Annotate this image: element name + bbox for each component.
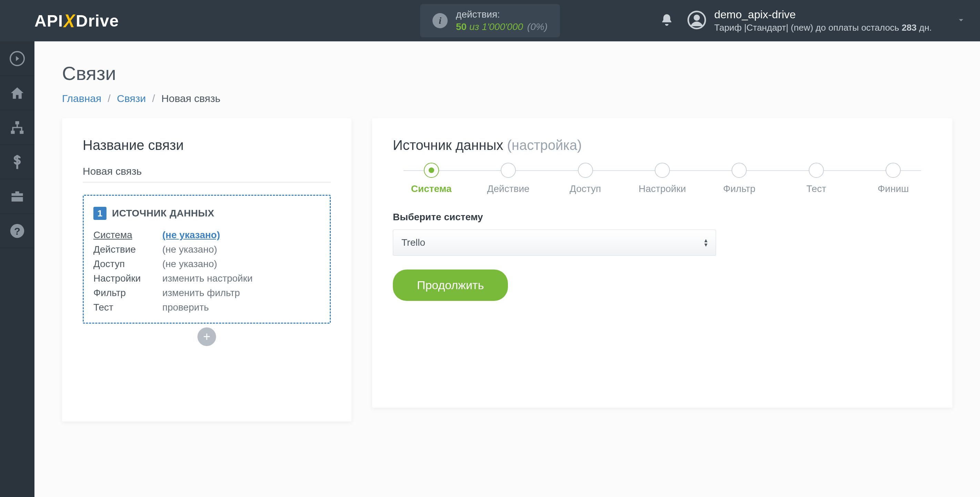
source-row[interactable]: Действие(не указано) bbox=[93, 244, 320, 255]
step-circle bbox=[732, 162, 747, 178]
breadcrumb-home[interactable]: Главная bbox=[62, 93, 101, 104]
source-rows: Система(не указано)Действие(не указано)Д… bbox=[93, 229, 320, 313]
step-Финиш[interactable]: Финиш bbox=[855, 162, 932, 194]
sidebar: ? bbox=[0, 41, 35, 497]
step-label: Фильтр bbox=[723, 183, 755, 194]
card-left-heading: Название связи bbox=[83, 137, 331, 153]
system-select-value: Trello bbox=[401, 237, 425, 248]
step-circle bbox=[501, 162, 516, 178]
source-row-value: (не указано) bbox=[162, 244, 217, 255]
user-name: demo_apix-drive bbox=[714, 8, 932, 22]
actions-counter[interactable]: i действия: 50 из 1'000'000 (0%) bbox=[420, 4, 560, 38]
svg-rect-5 bbox=[20, 131, 24, 134]
logo-api: API bbox=[35, 11, 63, 30]
logo[interactable]: API X Drive bbox=[35, 11, 119, 30]
source-row-label: Настройки bbox=[93, 273, 156, 284]
source-row-value: изменить фильтр bbox=[162, 287, 240, 298]
source-row[interactable]: Фильтризменить фильтр bbox=[93, 287, 320, 298]
card-right-heading: Источник данных (настройка) bbox=[393, 137, 932, 153]
source-row[interactable]: Настройкиизменить настройки bbox=[93, 273, 320, 284]
step-label: Финиш bbox=[878, 183, 909, 194]
breadcrumb-current: Новая связь bbox=[161, 93, 220, 104]
user-icon bbox=[687, 11, 706, 31]
page-title: Связи bbox=[62, 62, 953, 84]
sidebar-item-login[interactable] bbox=[0, 41, 35, 76]
system-select[interactable]: Trello ▴▾ bbox=[393, 229, 716, 256]
info-icon: i bbox=[433, 13, 448, 28]
continue-button[interactable]: Продолжить bbox=[393, 269, 508, 301]
connection-name-input[interactable] bbox=[83, 162, 331, 182]
step-Настройки[interactable]: Настройки bbox=[624, 162, 700, 194]
source-row[interactable]: Тестпроверить bbox=[93, 302, 320, 313]
step-label: Система bbox=[411, 183, 452, 194]
sidebar-item-home[interactable] bbox=[0, 76, 35, 110]
step-circle bbox=[578, 162, 593, 178]
source-title: 1 ИСТОЧНИК ДАННЫХ bbox=[93, 207, 320, 220]
sidebar-item-business[interactable] bbox=[0, 179, 35, 214]
svg-rect-4 bbox=[11, 131, 15, 134]
source-row-label: Тест bbox=[93, 302, 156, 313]
user-text: demo_apix-drive Тариф |Стандарт| (new) д… bbox=[714, 8, 932, 33]
source-row-value: (не указано) bbox=[162, 229, 220, 241]
columns: Название связи 1 ИСТОЧНИК ДАННЫХ Система… bbox=[62, 118, 953, 422]
source-row-label: Фильтр bbox=[93, 287, 156, 298]
source-row-label: Доступ bbox=[93, 258, 156, 269]
logo-drive: Drive bbox=[76, 11, 119, 30]
svg-rect-3 bbox=[16, 121, 19, 124]
source-row[interactable]: Доступ(не указано) bbox=[93, 258, 320, 269]
step-label: Настройки bbox=[638, 183, 686, 194]
source-row-value: изменить настройки bbox=[162, 273, 253, 284]
actions-label: действия: bbox=[456, 8, 547, 21]
step-Фильтр[interactable]: Фильтр bbox=[701, 162, 778, 194]
select-label: Выберите систему bbox=[393, 212, 932, 223]
step-Тест[interactable]: Тест bbox=[778, 162, 854, 194]
sidebar-item-help[interactable]: ? bbox=[0, 214, 35, 248]
step-label: Тест bbox=[806, 183, 826, 194]
step-circle bbox=[809, 162, 824, 178]
actions-text: действия: 50 из 1'000'000 (0%) bbox=[456, 8, 547, 33]
card-source-config: Источник данных (настройка) СистемаДейст… bbox=[372, 118, 953, 408]
step-circle bbox=[424, 162, 439, 178]
step-label: Действие bbox=[487, 183, 530, 194]
svg-text:?: ? bbox=[14, 225, 20, 237]
caret-down-icon[interactable] bbox=[956, 15, 966, 27]
source-row-value: проверить bbox=[162, 302, 209, 313]
breadcrumb-links[interactable]: Связи bbox=[117, 93, 146, 104]
source-row-value: (не указано) bbox=[162, 258, 217, 269]
stepper: СистемаДействиеДоступНастройкиФильтрТест… bbox=[393, 162, 932, 194]
source-badge: 1 bbox=[93, 207, 107, 220]
header-right: demo_apix-drive Тариф |Стандарт| (new) д… bbox=[660, 8, 966, 33]
card-connection-name: Название связи 1 ИСТОЧНИК ДАННЫХ Система… bbox=[62, 118, 352, 422]
actions-values: 50 из 1'000'000 (0%) bbox=[456, 21, 547, 33]
layout: ? Связи Главная / Связи / Новая связь На… bbox=[0, 41, 980, 497]
source-title-text: ИСТОЧНИК ДАННЫХ bbox=[112, 208, 214, 219]
step-circle bbox=[886, 162, 901, 178]
user-block[interactable]: demo_apix-drive Тариф |Стандарт| (new) д… bbox=[687, 8, 932, 33]
step-Действие[interactable]: Действие bbox=[470, 162, 547, 194]
source-box: 1 ИСТОЧНИК ДАННЫХ Система(не указано)Дей… bbox=[83, 195, 331, 323]
bell-icon[interactable] bbox=[660, 13, 674, 28]
sidebar-item-billing[interactable] bbox=[0, 145, 35, 179]
step-Доступ[interactable]: Доступ bbox=[547, 162, 624, 194]
user-plan: Тариф |Стандарт| (new) до оплаты осталос… bbox=[714, 22, 932, 34]
logo-x: X bbox=[64, 10, 75, 31]
step-label: Доступ bbox=[570, 183, 601, 194]
select-caret-icon: ▴▾ bbox=[704, 239, 708, 247]
source-row-label: Действие bbox=[93, 244, 156, 255]
add-destination-button[interactable]: + bbox=[197, 327, 216, 346]
svg-point-1 bbox=[694, 14, 700, 21]
breadcrumb: Главная / Связи / Новая связь bbox=[62, 93, 953, 104]
source-row-label: Система bbox=[93, 229, 156, 241]
step-circle bbox=[655, 162, 670, 178]
main: Связи Главная / Связи / Новая связь Назв… bbox=[35, 41, 980, 497]
sidebar-item-connections[interactable] bbox=[0, 110, 35, 145]
step-Система[interactable]: Система bbox=[393, 162, 470, 194]
header: API X Drive i действия: 50 из 1'000'000 … bbox=[0, 0, 980, 41]
source-row[interactable]: Система(не указано) bbox=[93, 229, 320, 241]
